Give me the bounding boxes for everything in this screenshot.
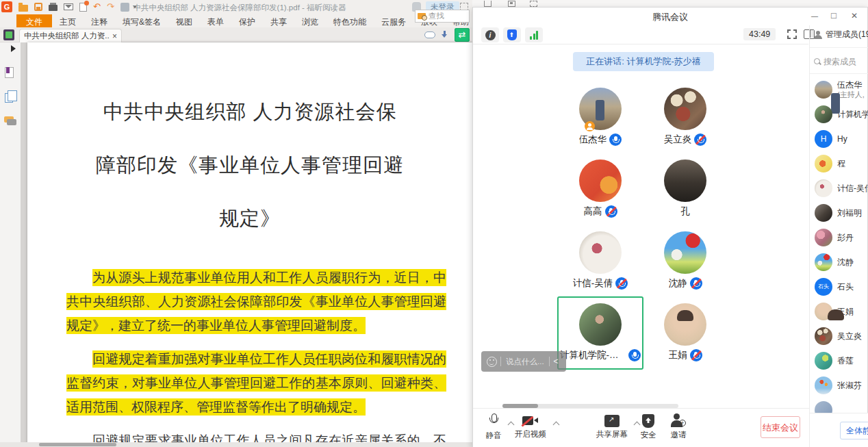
member-row[interactable]: 程 bbox=[810, 151, 868, 176]
email-icon[interactable] bbox=[64, 3, 73, 10]
end-meeting-button[interactable]: 结束会议 bbox=[761, 416, 800, 438]
participant-tile[interactable]: 伍杰华 bbox=[558, 81, 643, 153]
mic-muted-icon bbox=[605, 205, 617, 218]
meeting-titlebar: 腾讯会议 bbox=[473, 8, 867, 25]
speaking-banner: 正在讲话: 计算机学院-苏少禧 bbox=[573, 52, 714, 71]
participant-tile[interactable]: 沈静 bbox=[643, 225, 728, 297]
reader-app-icon bbox=[3, 29, 14, 40]
meeting-protect-button[interactable] bbox=[503, 27, 521, 42]
member-avatar bbox=[815, 179, 832, 197]
pdf-page: 中共中央组织部 人力资源社会保 障部印发《事业单位人事管理回避 规定》 为从源头… bbox=[27, 42, 472, 447]
person-icon bbox=[814, 31, 823, 39]
network-status-button[interactable] bbox=[525, 27, 543, 42]
meeting-statusbar: i 43:49 bbox=[473, 25, 808, 44]
meeting-toolbar: 静音 开启视频 共享屏幕 安全 + 邀请 结束会议 bbox=[473, 408, 810, 447]
camera-off-icon bbox=[522, 416, 539, 427]
pdf-window-title: 中共中央组织部 人力资源社会保障部印发(1).pdf - 福昕阅读器 bbox=[103, 3, 376, 13]
undo-icon[interactable]: ↶ bbox=[93, 2, 101, 12]
maximize-icon[interactable] bbox=[826, 9, 841, 23]
emoji-icon[interactable] bbox=[487, 357, 497, 367]
meeting-title: 腾讯会议 bbox=[602, 11, 739, 23]
avatar bbox=[579, 88, 622, 130]
participant-tile[interactable]: 孔 bbox=[643, 153, 728, 225]
participant-tile[interactable]: 高高 bbox=[558, 153, 643, 225]
open-file-icon[interactable] bbox=[18, 5, 28, 12]
chat-placeholder: 说点什么... bbox=[501, 357, 549, 367]
member-row[interactable]: 香莲 bbox=[810, 348, 868, 373]
foxit-logo-icon[interactable]: G bbox=[1, 1, 12, 12]
meeting-window: 腾讯会议 i 43:49 正在讲话: 计算机学院-苏少禧 bbox=[472, 7, 868, 447]
pdf-menubar: 文件 主页 注释 填写&签名 视图 表单 保护 共享 浏览 特色功能 云服务 放… bbox=[16, 15, 476, 29]
video-options-chevron[interactable] bbox=[554, 421, 559, 426]
share-screen-icon bbox=[604, 415, 620, 427]
member-row[interactable]: 计信-吴倩 bbox=[810, 176, 868, 201]
participant-tile[interactable]: 王娟 bbox=[643, 297, 728, 369]
chat-input[interactable]: 说点什么... < bbox=[481, 351, 566, 372]
member-search-input[interactable]: 搜索成员 bbox=[814, 54, 868, 69]
cloud-icon[interactable] bbox=[424, 31, 435, 38]
invite-button[interactable]: + 邀请 bbox=[659, 413, 698, 440]
chat-collapse-icon[interactable]: < bbox=[550, 357, 563, 366]
find-input[interactable]: 查找 bbox=[415, 10, 470, 23]
member-row[interactable]: 刘福明 bbox=[810, 201, 868, 225]
print-icon[interactable] bbox=[49, 5, 58, 11]
member-row[interactable]: 吴立炎 bbox=[810, 324, 868, 348]
fullscreen-icon[interactable] bbox=[787, 29, 797, 39]
tabbar-right-tools: ⇄ bbox=[424, 28, 470, 42]
bookmarks-icon[interactable] bbox=[5, 67, 14, 78]
security-shield-icon bbox=[642, 414, 654, 428]
participant-tile[interactable]: 吴立炎 bbox=[643, 81, 728, 153]
avatar bbox=[664, 88, 706, 130]
mic-icon bbox=[609, 133, 622, 146]
participant-tile-active-speaker[interactable]: 计算机学院-苏... bbox=[558, 297, 643, 369]
page-layout-icon bbox=[530, 1, 537, 7]
document-body: 为从源头上规范事业单位用人和工作人员履职行为，近日，中共中央组织部、人力资源社会… bbox=[66, 266, 446, 447]
mic-muted-icon bbox=[690, 277, 702, 290]
member-row[interactable]: 石头 石头 bbox=[810, 274, 868, 299]
document-title-line: 中共中央组织部 人力资源社会保 bbox=[27, 85, 472, 138]
paragraph: 为从源头上规范事业单位用人和工作人员履职行为，近日，中共中央组织部、人力资源社会… bbox=[66, 266, 446, 337]
mute-all-button[interactable]: 全体静音 bbox=[840, 422, 868, 439]
share-screen-button[interactable]: 共享屏幕 bbox=[592, 413, 632, 439]
avatar bbox=[579, 231, 622, 274]
pages-thumbnail-icon[interactable] bbox=[5, 93, 13, 103]
member-avatar bbox=[815, 376, 832, 394]
pdf-horizontal-scrollbar[interactable] bbox=[0, 442, 472, 447]
member-row[interactable]: 伍杰华(主持人, bbox=[810, 77, 868, 102]
mic-icon bbox=[628, 349, 641, 361]
participant-name: 伍杰华 bbox=[579, 133, 607, 146]
mic-muted-icon bbox=[694, 133, 706, 146]
member-row[interactable]: 张淑芬 bbox=[810, 373, 868, 398]
member-row[interactable]: 沈静 bbox=[810, 250, 868, 274]
participant-tile[interactable]: 计信-吴倩 bbox=[558, 225, 643, 297]
member-row[interactable]: 彭丹 bbox=[810, 225, 868, 250]
avatar bbox=[664, 159, 706, 202]
member-search-placeholder: 搜索成员 bbox=[824, 56, 856, 68]
close-icon[interactable] bbox=[847, 9, 862, 23]
members-header[interactable]: 管理成员(19) bbox=[814, 29, 868, 40]
host-badge-icon bbox=[585, 121, 595, 131]
tab-close-icon[interactable]: × bbox=[112, 31, 117, 41]
mute-button[interactable]: 静音 bbox=[474, 413, 513, 441]
download-icon[interactable] bbox=[441, 31, 449, 39]
minimize-icon[interactable] bbox=[807, 9, 822, 23]
start-video-button[interactable]: 开启视频 bbox=[511, 413, 550, 439]
new-document-icon[interactable] bbox=[79, 3, 87, 12]
member-avatar bbox=[815, 352, 832, 370]
pdf-left-panel bbox=[0, 42, 21, 447]
pdf-document-area[interactable]: 中共中央组织部 人力资源社会保 障部印发《事业单位人事管理回避 规定》 为从源头… bbox=[21, 42, 472, 447]
save-icon[interactable] bbox=[34, 3, 42, 11]
member-row[interactable]: 王娟 bbox=[810, 299, 868, 324]
convert-icon[interactable]: ⇄ bbox=[455, 28, 470, 42]
participant-name: 计信-吴倩 bbox=[573, 277, 613, 290]
comments-icon[interactable] bbox=[4, 116, 14, 123]
document-tab-label: 中共中央组织部 人力资... bbox=[24, 31, 110, 41]
document-tab[interactable]: 中共中央组织部 人力资... × bbox=[19, 29, 122, 42]
participant-grid: 伍杰华 吴立炎 高高 孔 计信-吴倩 bbox=[558, 81, 728, 369]
scrollbar-thumb[interactable] bbox=[39, 443, 116, 446]
meeting-info-button[interactable]: i bbox=[481, 27, 499, 42]
participant-name: 计算机学院-苏... bbox=[560, 349, 626, 361]
avatar bbox=[664, 303, 706, 346]
member-row[interactable]: H Hy bbox=[810, 127, 868, 151]
panel-expand-icon[interactable] bbox=[11, 45, 16, 52]
